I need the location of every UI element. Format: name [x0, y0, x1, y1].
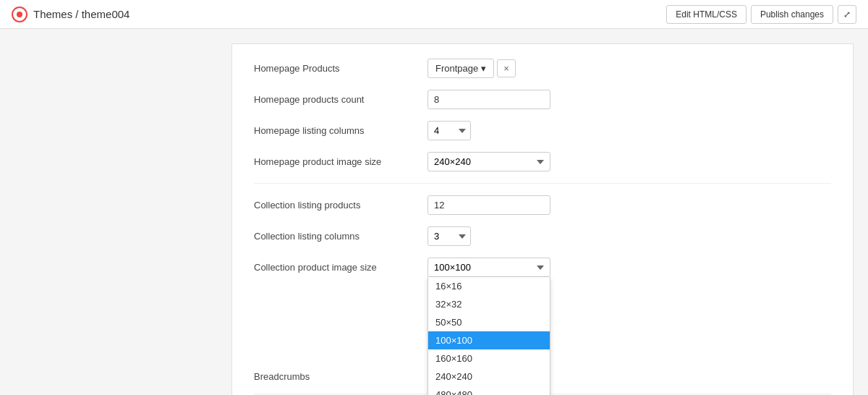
homepage-products-count-label: Homepage products count [254, 94, 427, 105]
logo-icon [12, 7, 27, 22]
option-32x32[interactable]: 32×32 [428, 295, 550, 313]
option-100x100[interactable]: 100×100 [428, 331, 550, 349]
option-240x240[interactable]: 240×240 [428, 368, 550, 386]
collection-image-size-select[interactable]: 100×100 [427, 258, 550, 277]
collection-listing-columns-group: Collection listing columns 3 [254, 226, 831, 246]
homepage-listing-columns-group: Homepage listing columns 4 [254, 121, 831, 140]
homepage-image-size-label: Homepage product image size [254, 156, 427, 167]
collection-listing-products-group: Collection listing products [254, 195, 831, 215]
collection-listing-products-label: Collection listing products [254, 200, 427, 211]
frontpage-dropdown-icon: ▾ [481, 63, 486, 74]
collection-listing-columns-label: Collection listing columns [254, 231, 427, 242]
breadcrumbs-label: Breadcrumbs [254, 371, 427, 382]
homepage-listing-columns-label: Homepage listing columns [254, 125, 427, 136]
option-480x480[interactable]: 480×480 [428, 386, 550, 395]
homepage-listing-columns-select[interactable]: 4 [427, 121, 471, 140]
frontpage-label: Frontpage [435, 63, 478, 74]
expand-icon: ⤢ [843, 9, 851, 20]
collection-listing-columns-select[interactable]: 3 [427, 226, 471, 246]
publish-changes-button[interactable]: Publish changes [751, 5, 833, 24]
svg-point-1 [17, 12, 22, 17]
collection-listing-products-input[interactable] [427, 195, 550, 215]
remove-frontpage-button[interactable]: × [497, 59, 516, 77]
breadcrumb-title: Themes / theme004 [33, 8, 129, 20]
option-16x16[interactable]: 16×16 [428, 277, 550, 295]
frontpage-button[interactable]: Frontpage ▾ [427, 59, 494, 78]
edit-html-css-button[interactable]: Edit HTML/CSS [666, 5, 746, 24]
expand-button[interactable]: ⤢ [838, 5, 856, 24]
collection-image-size-dropdown-wrapper: 100×100 16×16 32×32 50×50 100×100 160×16… [427, 258, 550, 277]
top-bar-left: Themes / theme004 [12, 7, 129, 22]
collection-image-size-group: Collection product image size 100×100 16… [254, 258, 831, 277]
homepage-products-count-input[interactable] [427, 90, 550, 109]
main-content: Homepage Products Frontpage ▾ × Homepage… [0, 29, 868, 395]
homepage-products-group: Homepage Products Frontpage ▾ × [254, 59, 831, 78]
frontpage-container: Frontpage ▾ × [427, 59, 516, 78]
option-160x160[interactable]: 160×160 [428, 349, 550, 368]
collection-image-size-label: Collection product image size [254, 258, 427, 273]
top-bar-right: Edit HTML/CSS Publish changes ⤢ [666, 5, 856, 24]
divider-1 [254, 183, 831, 184]
settings-panel: Homepage Products Frontpage ▾ × Homepage… [231, 43, 854, 395]
homepage-image-size-group: Homepage product image size 240×240 [254, 152, 831, 171]
top-bar: Themes / theme004 Edit HTML/CSS Publish … [0, 0, 868, 29]
option-50x50[interactable]: 50×50 [428, 313, 550, 331]
homepage-products-count-group: Homepage products count [254, 90, 831, 109]
homepage-products-label: Homepage Products [254, 63, 427, 74]
collection-image-size-dropdown-list[interactable]: 16×16 32×32 50×50 100×100 160×160 240×24… [427, 277, 550, 395]
homepage-image-size-select[interactable]: 240×240 [427, 152, 550, 171]
x-icon: × [503, 63, 509, 74]
